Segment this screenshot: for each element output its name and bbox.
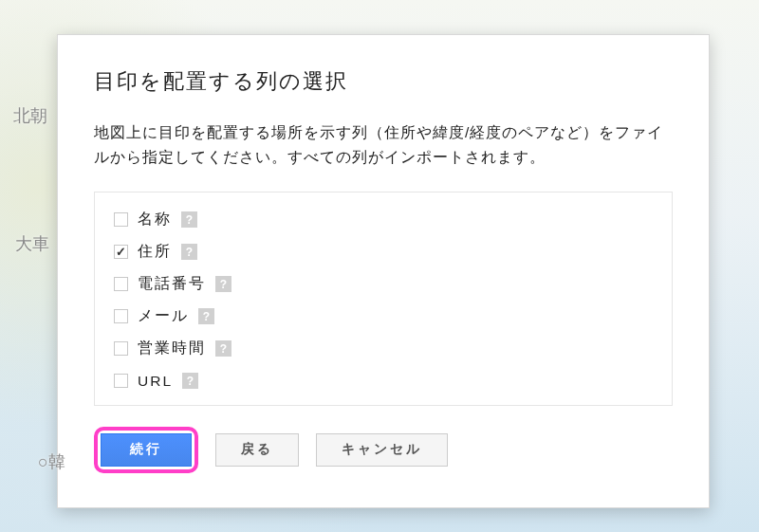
column-select-dialog: 目印を配置する列の選択 地図上に目印を配置する場所を示す列（住所や緯度/経度のペ… — [57, 34, 710, 508]
option-row: 営業時間? — [114, 339, 653, 359]
help-icon[interactable]: ? — [215, 340, 231, 357]
option-row: 住所? — [114, 242, 653, 263]
column-checkbox[interactable] — [114, 374, 128, 388]
cancel-button[interactable]: キャンセル — [316, 433, 448, 467]
highlight-continue: 続行 — [94, 427, 198, 473]
column-checkbox[interactable] — [114, 212, 128, 227]
help-icon[interactable]: ? — [182, 373, 198, 389]
help-icon[interactable]: ? — [198, 308, 214, 324]
column-checkbox[interactable] — [114, 309, 128, 323]
column-label[interactable]: 名称 — [138, 210, 172, 229]
map-label: ○韓 — [38, 450, 65, 473]
option-row: メール? — [114, 306, 653, 327]
option-row: URL? — [114, 371, 653, 392]
continue-button[interactable]: 続行 — [101, 433, 192, 467]
help-icon[interactable]: ? — [215, 276, 231, 292]
help-icon[interactable]: ? — [181, 244, 197, 260]
help-icon[interactable]: ? — [181, 211, 197, 228]
map-label: 大車 — [15, 232, 49, 255]
back-button[interactable]: 戻る — [215, 433, 299, 467]
column-checkbox[interactable] — [114, 245, 128, 259]
column-label[interactable]: URL — [138, 373, 173, 390]
option-row: 名称? — [114, 210, 653, 230]
map-label: 北朝 — [13, 104, 47, 127]
dialog-title: 目印を配置する列の選択 — [94, 67, 673, 96]
column-checkbox[interactable] — [114, 341, 128, 356]
column-checkbox[interactable] — [114, 277, 128, 291]
column-label[interactable]: 営業時間 — [138, 339, 206, 358]
button-row: 続行 戻る キャンセル — [94, 427, 673, 473]
column-label[interactable]: メール — [138, 306, 189, 326]
column-options-box: 名称?住所?電話番号?メール?営業時間?URL? — [94, 192, 673, 406]
column-label[interactable]: 電話番号 — [138, 274, 206, 294]
dialog-description: 地図上に目印を配置する場所を示す列（住所や緯度/経度のペアなど）をファイルから指… — [94, 120, 673, 171]
option-row: 電話番号? — [114, 274, 653, 295]
column-label[interactable]: 住所 — [138, 242, 172, 262]
